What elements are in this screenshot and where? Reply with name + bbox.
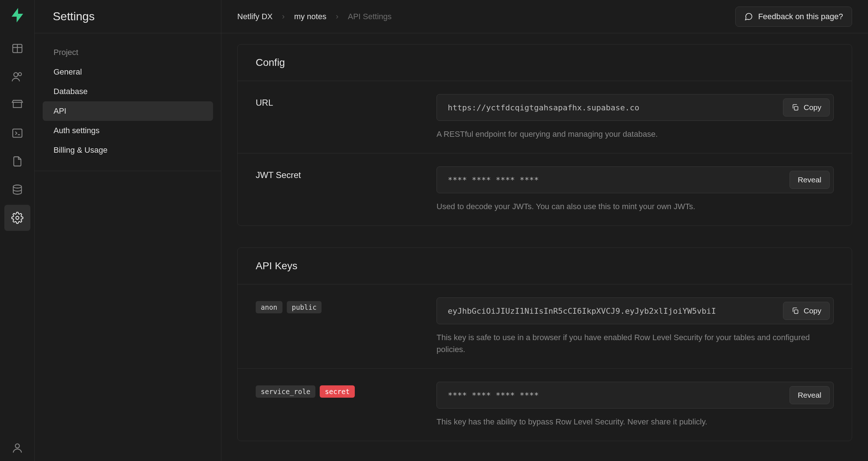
crumb-org[interactable]: Netlify DX [237, 12, 273, 21]
apikeys-title: API Keys [238, 248, 852, 284]
rail-sql-icon[interactable] [4, 120, 30, 146]
service-role-tag: service_role [256, 385, 315, 398]
service-row: service_role secret **** **** **** **** … [238, 369, 852, 441]
rail-storage-icon[interactable] [4, 92, 30, 118]
breadcrumb: Netlify DX › my notes › API Settings [237, 12, 392, 21]
chat-icon [744, 12, 753, 21]
jwt-value[interactable]: **** **** **** **** [448, 175, 790, 185]
config-url-row: URL https://yctfdcqigtgahsapafhx.supabas… [238, 81, 852, 153]
config-jwt-row: JWT Secret **** **** **** **** Reveal Us… [238, 153, 852, 225]
service-value[interactable]: **** **** **** **** [448, 391, 790, 400]
svg-rect-9 [794, 106, 798, 110]
anon-hint: This key is safe to use in a browser if … [437, 331, 834, 355]
svg-rect-10 [794, 310, 798, 313]
copy-anon-button[interactable]: Copy [783, 302, 830, 320]
jwt-hint: Used to decode your JWTs. You can also u… [437, 200, 834, 212]
topbar: Netlify DX › my notes › API Settings Fee… [221, 0, 868, 33]
settings-panel: Settings Project General Database API Au… [35, 0, 221, 461]
url-hint: A RESTful endpoint for querying and mana… [437, 128, 834, 140]
url-value[interactable]: https://yctfdcqigtgahsapafhx.supabase.co [448, 103, 783, 112]
rail-database-icon[interactable] [4, 177, 30, 203]
service-field: **** **** **** **** Reveal [437, 382, 834, 409]
crumb-project[interactable]: my notes [294, 12, 326, 21]
chevron-right-icon: › [336, 12, 338, 21]
feedback-label: Feedback on this page? [758, 12, 843, 21]
icon-rail [0, 0, 35, 461]
nav-general[interactable]: General [43, 62, 213, 82]
nav-billing[interactable]: Billing & Usage [43, 140, 213, 160]
content: Config URL https://yctfdcqigtgahsapafhx.… [221, 33, 868, 461]
service-hint: This key has the ability to bypass Row L… [437, 416, 834, 428]
nav-heading: Project [43, 44, 213, 62]
jwt-field: **** **** **** **** Reveal [437, 166, 834, 193]
feedback-button[interactable]: Feedback on this page? [735, 7, 852, 27]
config-title: Config [238, 45, 852, 81]
copy-icon [791, 307, 799, 315]
chevron-right-icon: › [282, 12, 285, 21]
reveal-jwt-button[interactable]: Reveal [790, 171, 830, 189]
jwt-label: JWT Secret [256, 166, 437, 212]
secret-tag: secret [320, 385, 355, 398]
url-label: URL [256, 94, 437, 140]
svg-point-7 [16, 216, 19, 220]
svg-point-4 [18, 73, 21, 76]
copy-url-button[interactable]: Copy [783, 98, 830, 117]
anon-tag: anon [256, 301, 282, 313]
anon-field: eyJhbGciOiJIUzI1NiIsInR5cCI6IkpXVCJ9.eyJ… [437, 297, 834, 324]
nav-auth[interactable]: Auth settings [43, 121, 213, 140]
reveal-service-button[interactable]: Reveal [790, 386, 830, 404]
page-title: Settings [35, 0, 221, 33]
nav-api[interactable]: API [43, 101, 213, 121]
anon-row: anon public eyJhbGciOiJIUzI1NiIsInR5cCI6… [238, 284, 852, 369]
svg-point-8 [15, 444, 19, 448]
url-field: https://yctfdcqigtgahsapafhx.supabase.co… [437, 94, 834, 121]
rail-docs-icon[interactable] [4, 148, 30, 174]
svg-point-6 [13, 185, 21, 188]
logo [9, 7, 26, 24]
config-card: Config URL https://yctfdcqigtgahsapafhx.… [237, 44, 852, 226]
crumb-page: API Settings [348, 12, 392, 21]
main: Netlify DX › my notes › API Settings Fee… [221, 0, 868, 461]
rail-auth-icon[interactable] [4, 64, 30, 90]
anon-value[interactable]: eyJhbGciOiJIUzI1NiIsInR5cCI6IkpXVCJ9.eyJ… [448, 306, 783, 316]
svg-point-3 [14, 73, 18, 77]
rail-user-icon[interactable] [4, 435, 30, 461]
public-tag: public [287, 301, 322, 313]
copy-icon [791, 103, 799, 111]
rail-settings-icon[interactable] [4, 205, 30, 231]
nav-database[interactable]: Database [43, 82, 213, 101]
apikeys-card: API Keys anon public eyJhbGciOiJIUzI1NiI… [237, 248, 852, 441]
rail-table-icon[interactable] [4, 35, 30, 62]
